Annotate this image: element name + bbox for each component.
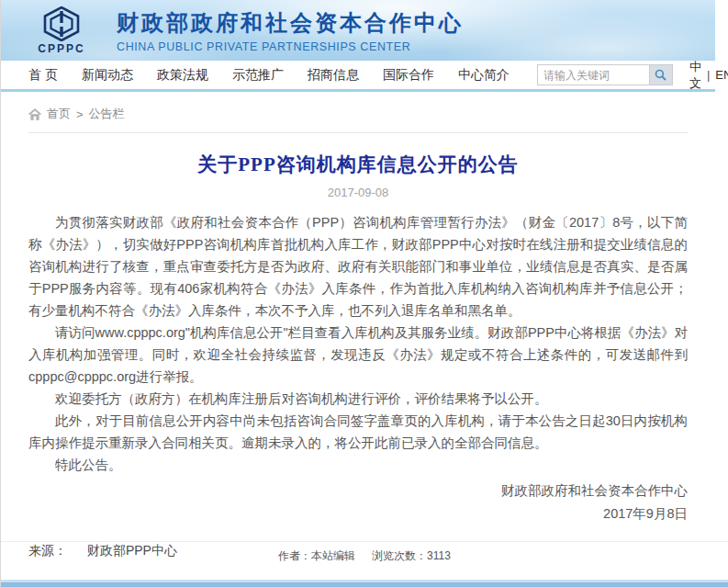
lang-en[interactable]: EN (715, 68, 728, 82)
nav-item-policies[interactable]: 政策法规 (157, 67, 208, 84)
article-signature: 财政部政府和社会资本合作中心 2017年9月8日 (28, 480, 688, 525)
breadcrumb-current: 公告栏 (89, 106, 125, 122)
breadcrumb-separator: > (76, 107, 84, 121)
site-logo[interactable]: CPPPC (12, 6, 111, 55)
article-body: 为贯彻落实财政部《政府和社会资本合作（PPP）咨询机构库管理暂行办法》（财金〔2… (28, 211, 688, 476)
views-count: 3113 (427, 549, 451, 562)
bottom-bar (1, 580, 728, 587)
lang-zh[interactable]: 中文 (689, 59, 701, 92)
nav-item-about[interactable]: 中心简介 (458, 67, 510, 84)
page-inner: CPPPC 财政部政府和社会资本合作中心 CHINA PUBLIC PRIVAT… (1, 0, 715, 559)
site-title-zh: 财政部政府和社会资本合作中心 (117, 8, 464, 38)
article-main: 首页 > 公告栏 关于PPP咨询机构库信息公开的公告 2017-09-08 为贯… (1, 92, 715, 559)
nav-item-investment[interactable]: 招商信息 (308, 67, 359, 84)
nav-item-home[interactable]: 首 页 (28, 67, 58, 84)
nav-item-demonstration[interactable]: 示范推广 (232, 67, 284, 84)
language-switch: 中文 | EN (689, 59, 728, 92)
article-paragraph: 此外，对于目前信息公开内容中尚未包括咨询合同签字盖章页的入库机构，请于本公告之日… (28, 410, 688, 454)
breadcrumb: 首页 > 公告栏 (28, 92, 688, 133)
signature-date: 2017年9月8日 (28, 502, 688, 525)
article-paragraph: 特此公告。 (28, 454, 688, 476)
cpppc-hexagon-logo-icon (42, 6, 81, 41)
logo-abbr: CPPPC (38, 42, 84, 55)
views-label: 浏览次数： (372, 549, 427, 562)
article-title: 关于PPP咨询机构库信息公开的公告 (28, 152, 688, 177)
search-input[interactable] (537, 64, 649, 85)
search-icon (655, 69, 666, 81)
article-paragraph: 为贯彻落实财政部《政府和社会资本合作（PPP）咨询机构库管理暂行办法》（财金〔2… (28, 211, 688, 322)
site-title-block: 财政部政府和社会资本合作中心 CHINA PUBLIC PRIVATE PART… (117, 8, 464, 53)
page: CPPPC 财政部政府和社会资本合作中心 CHINA PUBLIC PRIVAT… (0, 0, 728, 587)
breadcrumb-home[interactable]: 首页 (47, 106, 71, 122)
search-box (537, 64, 673, 85)
article-paragraph: 请访问www.cpppc.org"机构库信息公开"栏目查看入库机构及其服务业绩。… (28, 322, 688, 388)
site-header: CPPPC 财政部政府和社会资本合作中心 CHINA PUBLIC PRIVAT… (1, 0, 715, 61)
nav-item-international[interactable]: 国际合作 (383, 67, 434, 84)
home-icon (28, 108, 41, 120)
article-footer: 作者：本站编辑浏览次数：3113 (1, 541, 728, 564)
lang-separator: | (707, 68, 710, 82)
author-label: 作者： (278, 549, 311, 562)
nav-item-news[interactable]: 新闻动态 (82, 67, 133, 84)
article-date: 2017-09-08 (28, 186, 688, 199)
main-nav: 首 页 新闻动态 政策法规 示范推广 招商信息 国际合作 中心简介 (1, 61, 715, 89)
search-button[interactable] (649, 64, 673, 85)
signature-org: 财政部政府和社会资本合作中心 (28, 480, 688, 502)
article-paragraph: 欢迎委托方（政府方）在机构库注册后对咨询机构进行评价，评价结果将予以公开。 (28, 388, 688, 410)
author-value: 本站编辑 (311, 549, 355, 562)
site-title-en: CHINA PUBLIC PRIVATE PARTNERSHIPS CENTER (117, 40, 464, 53)
